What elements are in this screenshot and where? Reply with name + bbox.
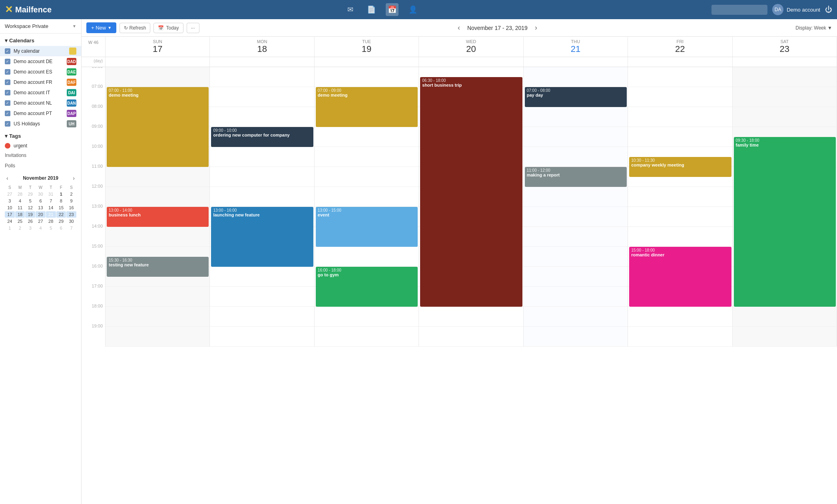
calendar-event-e12[interactable]: 10:30 - 11:30company weekly meeting [629,157,731,177]
calendar-event-e9[interactable]: 06:30 - 18:00short business trip [420,77,522,307]
calendar-checkbox-demo-pt[interactable] [5,111,10,116]
mini-cal-day[interactable]: 29 [25,191,35,197]
mini-cal-day[interactable]: 3 [25,225,35,231]
mini-cal-day[interactable]: 12 [25,204,35,211]
mini-cal-day[interactable]: 15 [56,204,66,211]
allday-cell-sat[interactable] [733,57,837,67]
grid-cell-sat-0800[interactable] [733,107,837,127]
mini-cal-day[interactable]: 18 [15,211,25,218]
grid-cell-tue-1800[interactable] [315,307,419,327]
new-button[interactable]: + New ▼ [86,22,116,33]
grid-cell-tue-1000[interactable] [315,147,419,167]
mini-cal-day[interactable]: 7 [46,198,56,204]
nav-calendar[interactable]: 📅 [386,3,399,16]
grid-cell-thu-1600[interactable] [524,267,628,287]
mini-cal-day[interactable]: 11 [15,204,25,211]
grid-cell-sat-0700[interactable] [733,87,837,107]
calendar-event-e3[interactable]: 15:30 - 16:30testing new feature [107,257,209,277]
allday-cell-tue[interactable] [315,57,419,67]
calendar-item-demo-pt[interactable]: Demo account PTDAP [0,108,81,119]
mini-cal-day[interactable]: 28 [15,191,25,197]
tag-item-urgent[interactable]: urgent [0,141,81,150]
mini-cal-day[interactable]: 22 [56,211,66,218]
mini-cal-day[interactable]: 30 [66,218,76,224]
calendar-event-e11[interactable]: 11:00 - 12:00making a report [525,167,627,187]
grid-cell-mon-1700[interactable] [210,287,314,307]
tags-section-title[interactable]: ▾ Tags [0,129,81,141]
grid-cell-mon-1100[interactable] [210,167,314,187]
grid-cell-tue-1500[interactable] [315,247,419,267]
grid-cell-tue-0900[interactable] [315,127,419,147]
calendar-checkbox-demo-es[interactable] [5,69,10,75]
calendar-item-demo-nl[interactable]: Demo account NLDAN [0,98,81,108]
mini-cal-day[interactable]: 20 [36,211,46,218]
grid-cell-sat-1900[interactable] [733,327,837,347]
today-button[interactable]: 📅Today [153,23,183,33]
grid-cell-tue-1200[interactable] [315,187,419,207]
mini-cal-day[interactable]: 3 [5,198,15,204]
grid-cell-thu-0600[interactable] [524,67,628,87]
more-options-button[interactable]: ··· [187,23,199,33]
calendar-event-e5[interactable]: 13:00 - 16:00launching new feature [211,207,313,267]
grid-cell-sun-0600[interactable] [106,67,210,87]
grid-cell-thu-0900[interactable] [524,127,628,147]
allday-cell-mon[interactable] [210,57,314,67]
calendar-event-e6[interactable]: 07:00 - 09:00demo meeting [316,87,418,127]
logout-icon[interactable]: ⏻ [825,6,832,14]
calendar-item-demo-fr[interactable]: Demo account FRDAF [0,77,81,87]
grid-cell-wed-1800[interactable] [419,307,523,327]
nav-docs[interactable]: 📄 [365,3,378,16]
sidebar-link-polls[interactable]: Polls [0,161,81,171]
allday-cell-fri[interactable] [628,57,732,67]
calendar-event-e1[interactable]: 07:00 - 11:00demo meeting [107,87,209,167]
mini-cal-day[interactable]: 21 [46,211,56,218]
grid-cell-fri-1900[interactable] [628,327,732,347]
calendar-event-e14[interactable]: 09:30 - 18:00family time [734,137,836,307]
allday-cell-sun[interactable] [106,57,210,67]
mini-cal-day[interactable]: 26 [25,218,35,224]
calendar-checkbox-demo-nl[interactable] [5,100,10,106]
mini-cal-day[interactable]: 5 [25,198,35,204]
calendar-checkbox-my-calendar[interactable] [5,48,10,54]
mini-cal-day[interactable]: 1 [56,191,66,197]
mini-cal-next[interactable]: › [71,174,76,182]
sidebar-link-invitations[interactable]: Invitations [0,150,81,161]
calendar-item-demo-de[interactable]: Demo account DEDAD [0,56,81,67]
mini-cal-day[interactable]: 19 [25,211,35,218]
grid-cell-sun-1700[interactable] [106,287,210,307]
mini-cal-day[interactable]: 5 [46,225,56,231]
grid-cell-mon-1800[interactable] [210,307,314,327]
mini-cal-day[interactable]: 6 [36,198,46,204]
grid-cell-thu-1800[interactable] [524,307,628,327]
workspace-select[interactable]: Workspace Private ▼ [0,19,81,34]
grid-cell-sun-1400[interactable] [106,227,210,247]
mini-cal-day[interactable]: 9 [66,198,76,204]
mini-cal-day[interactable]: 24 [5,218,15,224]
mini-cal-day[interactable]: 17 [5,211,15,218]
grid-cell-thu-1000[interactable] [524,147,628,167]
calendar-checkbox-us-holidays[interactable] [5,121,10,127]
mini-cal-day[interactable]: 28 [46,218,56,224]
mini-cal-day[interactable]: 23 [66,211,76,218]
mini-cal-day[interactable]: 6 [56,225,66,231]
grid-cell-tue-1100[interactable] [315,167,419,187]
mini-cal-day[interactable]: 25 [15,218,25,224]
grid-cell-fri-1300[interactable] [628,207,732,227]
mini-cal-day[interactable]: 8 [56,198,66,204]
mini-cal-day[interactable]: 30 [36,191,46,197]
grid-cell-fri-0900[interactable] [628,127,732,147]
calendar-event-e7[interactable]: 13:00 - 15:00event [316,207,418,247]
allday-cell-wed[interactable] [419,57,523,67]
grid-cell-thu-1900[interactable] [524,327,628,347]
mini-cal-day[interactable]: 4 [15,198,25,204]
grid-cell-mon-0800[interactable] [210,107,314,127]
grid-cell-thu-0800[interactable] [524,107,628,127]
mini-cal-day[interactable]: 13 [36,204,46,211]
grid-cell-sun-1800[interactable] [106,307,210,327]
mini-cal-day[interactable]: 29 [56,218,66,224]
grid-cell-fri-1200[interactable] [628,187,732,207]
grid-cell-wed-1900[interactable] [419,327,523,347]
mini-cal-day[interactable]: 10 [5,204,15,211]
grid-cell-thu-1700[interactable] [524,287,628,307]
mini-cal-day[interactable]: 2 [66,191,76,197]
